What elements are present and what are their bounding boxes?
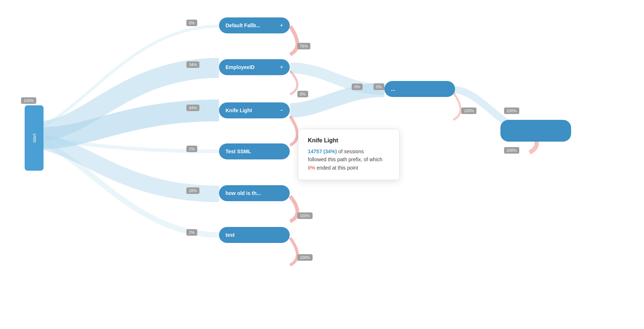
node-label-knife-light: Knife Light bbox=[226, 107, 252, 113]
pct-knife-light: 34% bbox=[186, 105, 199, 111]
pct-out-how-old: 100% bbox=[297, 212, 313, 219]
pct-ellipsis-in: 0% bbox=[352, 84, 363, 90]
node-test-ssml[interactable]: Test SSML bbox=[219, 143, 290, 159]
pct-default-fallb: 0% bbox=[186, 20, 197, 26]
tooltip-title: Knife Light bbox=[308, 137, 390, 144]
start-node: start bbox=[25, 105, 44, 171]
tooltip-end-pct: 0% bbox=[308, 165, 315, 171]
pct-test: 2% bbox=[186, 229, 197, 236]
pct-right-blue-out: 100% bbox=[504, 147, 519, 154]
tooltip-sessions-pct: (34%) bbox=[323, 149, 337, 154]
node-default-fallb[interactable]: Default Fallb... + bbox=[219, 17, 290, 33]
tooltip-text2: followed this path prefix, of which bbox=[308, 157, 382, 162]
node-add-icon-default[interactable]: + bbox=[280, 22, 283, 29]
pct-right-blue: 100% bbox=[504, 107, 519, 114]
pct-out-test: 100% bbox=[297, 254, 313, 261]
node-knife-light[interactable]: Knife Light − bbox=[219, 102, 290, 118]
start-pct-badge: 100% bbox=[21, 97, 36, 104]
pct-test-ssml: 1% bbox=[186, 146, 197, 152]
node-label-employee-id: EmployeeID bbox=[226, 64, 255, 70]
node-label-ellipsis: ... bbox=[391, 86, 395, 92]
node-add-icon-employee[interactable]: + bbox=[280, 64, 283, 70]
node-ellipsis[interactable]: ... bbox=[384, 81, 455, 97]
tooltip-body: 14757 (34%) of sessions followed this pa… bbox=[308, 147, 390, 172]
node-how-old[interactable]: how old is th... bbox=[219, 185, 290, 201]
node-label-test: test bbox=[226, 232, 235, 238]
pct-ellipsis-in2: 0% bbox=[373, 84, 384, 90]
pct-employee-id: 34% bbox=[186, 61, 199, 68]
node-right-blue[interactable] bbox=[500, 120, 571, 142]
tooltip-text1: of sessions bbox=[338, 149, 364, 154]
start-label: start bbox=[32, 133, 37, 142]
pct-out-ellipsis: 100% bbox=[461, 107, 476, 114]
node-label-test-ssml: Test SSML bbox=[226, 149, 251, 154]
tooltip-text3: ended at this point bbox=[317, 165, 358, 171]
node-label-how-old: how old is th... bbox=[226, 190, 261, 196]
node-label-default-fallb: Default Fallb... bbox=[226, 23, 260, 28]
node-employee-id[interactable]: EmployeeID + bbox=[219, 59, 290, 75]
pct-out-knife: 0% bbox=[297, 91, 308, 97]
pct-how-old: 28% bbox=[186, 187, 199, 194]
tooltip-sessions-count: 14757 bbox=[308, 149, 322, 154]
pct-out-default: 76% bbox=[297, 43, 310, 49]
node-minus-icon-knife[interactable]: − bbox=[280, 107, 283, 114]
node-test[interactable]: test bbox=[219, 227, 290, 243]
knife-light-tooltip: Knife Light 14757 (34%) of sessions foll… bbox=[298, 129, 400, 180]
